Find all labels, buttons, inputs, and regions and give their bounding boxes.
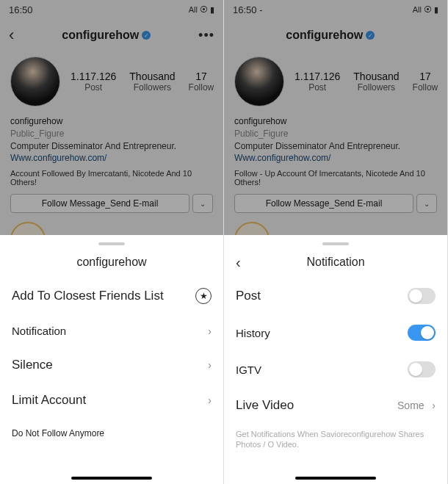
followers-label: Followers (129, 82, 175, 93)
action-row: Follow Message_Send E-mail ⌄ (0, 188, 223, 219)
bio-name: configurehow (234, 115, 437, 128)
posts-count: 1.117.126 (71, 71, 116, 82)
bio-name: configurehow (10, 115, 213, 128)
status-icons: All ⦿ ▮ (189, 5, 214, 15)
sheet-title: Notification (236, 256, 436, 269)
stat-posts[interactable]: 1.117.126 Post (71, 71, 116, 93)
bio-category: Public_Figure (234, 128, 437, 140)
home-indicator[interactable] (295, 477, 376, 480)
avatar[interactable] (234, 57, 284, 106)
status-time: 16:50 (9, 4, 33, 15)
sheet-header: ‹ Notification (224, 253, 447, 278)
profile-username: configurehow (286, 29, 363, 42)
status-bar: 16:50 All ⦿ ▮ (0, 0, 223, 20)
followers-label: Followers (353, 82, 399, 93)
bio: configurehow Public_Figure Computer Diss… (224, 112, 447, 167)
sheet-handle[interactable] (98, 242, 125, 245)
more-icon[interactable]: ••• (198, 28, 214, 43)
post-label: Post (236, 289, 261, 303)
status-icons: All ⦿ ▮ (413, 5, 438, 15)
phone-left: 16:50 All ⦿ ▮ ‹ configurehow ✓ ••• 1.117… (0, 0, 224, 484)
suggest-dropdown[interactable]: ⌄ (416, 194, 437, 213)
stat-following[interactable]: 17 Follow (413, 71, 438, 93)
title-wrap: configurehow ✓ (238, 29, 422, 42)
live-label: Live Video (236, 398, 294, 413)
profile-username: configurehow (62, 29, 139, 42)
avatar[interactable] (10, 57, 60, 106)
row-igtv-notif: IGTV (224, 351, 447, 388)
profile-background: 16:50 All ⦿ ▮ ‹ configurehow ✓ ••• 1.117… (0, 0, 223, 235)
top-bar: ‹ configurehow ✓ ••• (224, 20, 447, 51)
profile-background: 16:50 - All ⦿ ▮ ‹ configurehow ✓ ••• 1.1… (224, 0, 447, 235)
silence-label: Silence (12, 358, 53, 372)
chevron-right-icon: › (432, 400, 436, 411)
add-friends-label: Add To Closest Friends List (12, 289, 164, 303)
title-wrap: configurehow ✓ (14, 29, 198, 42)
following-label: Follow (413, 82, 438, 93)
status-time: 16:50 - (233, 4, 262, 15)
followed-by[interactable]: Follow - Up Account Of Imercatants, Nico… (224, 167, 447, 188)
row-post-notif: Post (224, 278, 447, 314)
action-row: Follow Message_Send E-mail ⌄ (224, 188, 447, 219)
star-icon: ★ (195, 288, 212, 304)
posts-count: 1.117.126 (295, 71, 340, 82)
sheet-title: configurehow (12, 256, 212, 269)
sheet-back-icon[interactable]: ‹ (236, 254, 241, 271)
toggle-igtv[interactable] (408, 361, 436, 378)
row-silence[interactable]: Silence › (0, 347, 223, 383)
row-history-notif: History (224, 314, 447, 351)
profile-header: 1.117.126 Post Thousand Followers 17 Fol… (224, 51, 447, 112)
top-bar: ‹ configurehow ✓ ••• (0, 20, 223, 51)
following-count: 17 (413, 71, 438, 82)
bio-link[interactable]: Www.configurehow.com/ (10, 152, 213, 165)
posts-label: Post (71, 82, 116, 93)
profile-header: 1.117.126 Post Thousand Followers 17 Fol… (0, 51, 223, 112)
row-add-close-friends[interactable]: Add To Closest Friends List ★ (0, 278, 223, 314)
bio-desc: Computer Disseminator And Entrepreneur. (234, 140, 437, 153)
stats: 1.117.126 Post Thousand Followers 17 Fol… (295, 71, 438, 93)
status-bar: 16:50 - All ⦿ ▮ (224, 0, 447, 20)
notification-sheet: ‹ Notification Post History IGTV Live Vi… (224, 235, 447, 484)
stat-followers[interactable]: Thousand Followers (353, 71, 399, 93)
row-unfollow[interactable]: Do Not Follow Anymore (0, 418, 223, 449)
stat-following[interactable]: 17 Follow (189, 71, 214, 93)
stat-posts[interactable]: 1.117.126 Post (295, 71, 340, 93)
row-notifications[interactable]: Notification › (0, 314, 223, 347)
followers-count: Thousand (353, 71, 399, 82)
limit-label: Limit Account (12, 393, 86, 408)
verified-badge-icon: ✓ (142, 31, 151, 40)
chevron-right-icon: › (208, 359, 212, 371)
stat-followers[interactable]: Thousand Followers (129, 71, 175, 93)
chevron-right-icon: › (208, 325, 212, 337)
followers-count: Thousand (129, 71, 175, 82)
igtv-label: IGTV (236, 364, 261, 376)
action-sheet: configurehow Add To Closest Friends List… (0, 235, 223, 484)
verified-badge-icon: ✓ (366, 31, 375, 40)
following-count: 17 (189, 71, 214, 82)
chevron-right-icon: › (208, 394, 212, 406)
row-live-video[interactable]: Live Video Some › (224, 388, 447, 423)
row-limit-account[interactable]: Limit Account › (0, 383, 223, 418)
stats: 1.117.126 Post Thousand Followers 17 Fol… (71, 71, 214, 93)
notifications-label: Notification (12, 325, 66, 337)
back-icon[interactable]: ‹ (9, 26, 14, 45)
posts-label: Post (295, 82, 340, 93)
following-label: Follow (189, 82, 214, 93)
bio-category: Public_Figure (10, 128, 213, 140)
suggest-dropdown[interactable]: ⌄ (192, 194, 213, 213)
action-buttons[interactable]: Follow Message_Send E-mail (10, 194, 189, 213)
toggle-post[interactable] (408, 288, 436, 304)
sheet-footnote: Get Notifications When Savioreconfigureh… (224, 423, 447, 456)
sheet-header: configurehow (0, 253, 223, 278)
phone-right: 16:50 - All ⦿ ▮ ‹ configurehow ✓ ••• 1.1… (224, 0, 448, 484)
home-indicator[interactable] (71, 477, 152, 480)
live-value: Some (397, 400, 424, 411)
followed-by[interactable]: Account Followed By Imercatanti, Nicoted… (0, 167, 223, 188)
bio: configurehow Public_Figure Computer Diss… (0, 112, 223, 167)
history-label: History (236, 327, 270, 339)
toggle-history[interactable] (408, 325, 436, 341)
bio-link[interactable]: Www.configurehow.com/ (234, 152, 437, 165)
sheet-handle[interactable] (322, 242, 349, 245)
action-buttons[interactable]: Follow Message_Send E-mail (234, 194, 413, 213)
bio-desc: Computer Disseminator And Entrepreneur. (10, 140, 213, 153)
